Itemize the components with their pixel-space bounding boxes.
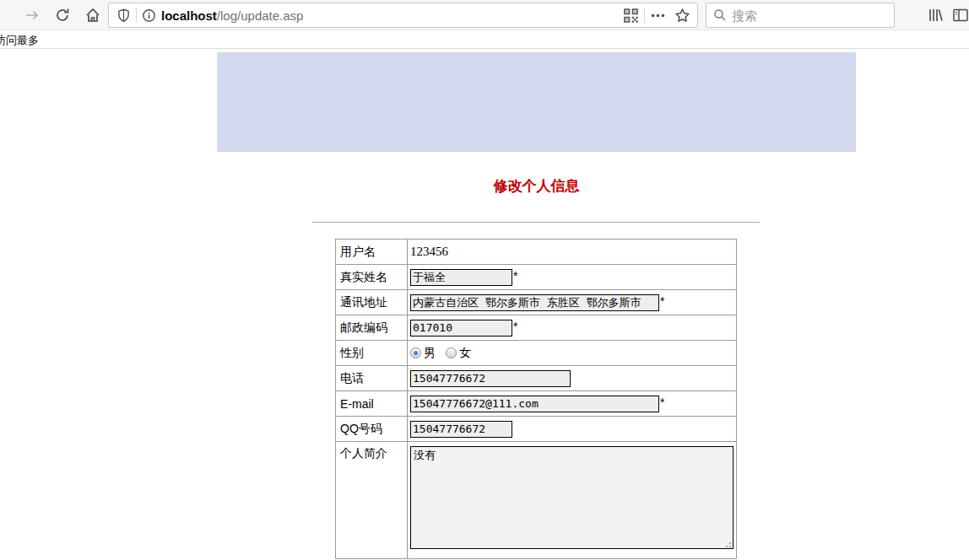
forward-button[interactable]: [24, 7, 41, 24]
search-bar[interactable]: [706, 3, 895, 28]
qq-label: QQ号码: [336, 417, 408, 442]
qq-input[interactable]: [410, 421, 512, 438]
resize-grip-icon[interactable]: [724, 541, 731, 547]
page-title: 修改个人信息: [217, 176, 856, 196]
table-row-qq: QQ号码: [336, 417, 737, 442]
required-asterisk: *: [513, 269, 517, 283]
zipcode-label: 邮政编码: [336, 315, 408, 341]
zipcode-input[interactable]: [410, 320, 512, 337]
table-row-zipcode: 邮政编码 *: [336, 315, 737, 341]
browser-toolbar: localhost/log/update.asp: [0, 0, 969, 30]
table-row-bio: 个人简介 没有: [336, 442, 737, 559]
table-row-username: 用户名 123456: [336, 240, 737, 265]
sidebar-button[interactable]: [952, 7, 969, 24]
table-row-email: E-mail *: [336, 391, 737, 417]
horizontal-rule: [312, 222, 760, 223]
bio-label: 个人简介: [336, 442, 408, 559]
table-row-phone: 电话: [336, 366, 737, 391]
urlbar-separator: [136, 8, 137, 23]
forward-arrow-icon: [24, 7, 41, 24]
bookmarks-bar: 访问最多: [0, 30, 969, 49]
table-row-realname: 真实姓名 *: [336, 265, 737, 290]
shield-icon[interactable]: [116, 8, 131, 23]
reload-icon: [54, 7, 71, 24]
username-label: 用户名: [336, 240, 408, 265]
browser-window: localhost/log/update.asp: [0, 0, 969, 560]
gender-male-radio[interactable]: [410, 347, 421, 358]
gender-female-radio[interactable]: [446, 347, 457, 358]
profile-form-table: 用户名 123456 真实姓名 * 通讯地址 * 邮政编码 *: [335, 239, 737, 559]
bookmark-most-visited[interactable]: 访问最多: [0, 33, 39, 48]
library-button[interactable]: [927, 7, 944, 24]
search-icon: [713, 8, 727, 22]
search-input[interactable]: [732, 8, 875, 23]
required-asterisk: *: [660, 294, 664, 308]
urlbar-separator-2: [644, 8, 645, 23]
home-icon: [84, 7, 101, 24]
gender-female-label: 女: [459, 346, 471, 359]
bio-textarea[interactable]: 没有: [410, 446, 734, 549]
realname-label: 真实姓名: [336, 265, 408, 290]
email-input[interactable]: [410, 396, 659, 412]
required-asterisk: *: [513, 320, 517, 333]
email-label: E-mail: [336, 391, 408, 417]
qr-code-icon[interactable]: [623, 8, 639, 24]
gender-label: 性别: [336, 341, 408, 366]
address-bar[interactable]: localhost/log/update.asp: [108, 3, 698, 28]
required-asterisk: *: [660, 396, 664, 409]
address-label: 通讯地址: [336, 290, 408, 315]
table-row-gender: 性别 男女: [336, 341, 737, 366]
url-text[interactable]: localhost/log/update.asp: [161, 8, 303, 23]
page-content: 修改个人信息 用户名 123456 真实姓名 * 通讯地址 * 邮政编码: [0, 50, 969, 560]
gender-male-label: 男: [424, 346, 436, 359]
phone-label: 电话: [336, 366, 408, 391]
sidebar-icon: [952, 7, 969, 24]
banner-image: [217, 52, 856, 152]
page-actions-icon[interactable]: [650, 8, 666, 24]
bookmark-star-icon[interactable]: [674, 8, 690, 24]
reload-button[interactable]: [54, 7, 71, 24]
url-path: /log/update.asp: [217, 8, 304, 23]
library-icon: [927, 7, 944, 24]
table-row-address: 通讯地址 *: [336, 290, 737, 315]
home-button[interactable]: [84, 7, 101, 24]
address-input[interactable]: [410, 294, 659, 311]
url-host: localhost: [161, 8, 217, 23]
site-info-icon[interactable]: [142, 8, 156, 23]
phone-input[interactable]: [410, 370, 571, 387]
username-value: 123456: [410, 245, 448, 258]
realname-input[interactable]: [410, 269, 512, 286]
